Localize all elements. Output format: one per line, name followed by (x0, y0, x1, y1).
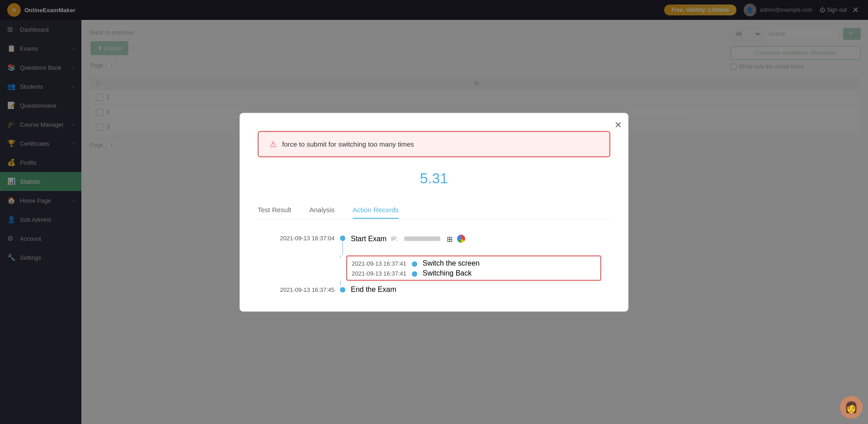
timeline-item-2: 2021-09-13 16:37:41 Switch the screen (352, 259, 596, 267)
alert-message: force to submit for switching too many t… (282, 140, 414, 148)
user-avatar-bottom[interactable]: 👩 (840, 396, 863, 419)
timeline-dot-1 (340, 235, 345, 241)
timeline-dot-2 (412, 261, 417, 267)
tab-analysis-label: Analysis (309, 205, 335, 213)
tab-action-records[interactable]: Action Records (353, 201, 399, 219)
score-display: 5.31 (258, 170, 610, 186)
timeline-item-3: 2021-09-13 16:37:41 Switching Back (352, 269, 596, 277)
timeline-event-3: Switching Back (423, 269, 472, 277)
timeline-content-1: Start Exam IP: ⊞ (351, 233, 465, 243)
modal-dialog: ✕ ⚠ force to submit for switching too ma… (240, 113, 628, 311)
timeline-item-1: 2021-09-13 16:37:04 Start Exam IP: ⊞ (267, 233, 601, 255)
timeline-time-4: 2021-09-13 16:37:45 (267, 285, 335, 293)
chrome-icon (457, 235, 465, 243)
timeline-event-2: Switch the screen (423, 259, 480, 267)
timeline-dot-4 (340, 287, 345, 292)
highlighted-events-box: 2021-09-13 16:37:41 Switch the screen 20… (346, 255, 601, 281)
timeline-event-1: Start Exam (351, 235, 387, 243)
timeline-time-2: 2021-09-13 16:37:41 (352, 259, 406, 267)
tab-action-records-label: Action Records (353, 205, 399, 213)
timeline-item-4: 2021-09-13 16:37:45 End the Exam (267, 285, 601, 293)
ip-blur (404, 237, 440, 241)
timeline-connector (267, 281, 601, 285)
timeline: 2021-09-13 16:37:04 Start Exam IP: ⊞ (258, 233, 610, 293)
modal-close-button[interactable]: ✕ (614, 119, 622, 130)
alert-banner: ⚠ force to submit for switching too many… (258, 131, 610, 157)
tab-analysis[interactable]: Analysis (309, 201, 335, 219)
timeline-ip-label: IP: (391, 236, 398, 242)
warning-icon: ⚠ (269, 139, 277, 149)
timeline-highlighted-group: 2021-09-13 16:37:41 Switch the screen 20… (267, 255, 601, 281)
timeline-time-3: 2021-09-13 16:37:41 (352, 269, 406, 277)
windows-icon: ⊞ (447, 234, 453, 243)
timeline-event-4: End the Exam (351, 285, 396, 293)
modal-tabs: Test Result Analysis Action Records (258, 201, 610, 219)
tab-test-result[interactable]: Test Result (258, 201, 291, 219)
tab-test-result-label: Test Result (258, 205, 291, 213)
timeline-dot-3 (412, 271, 417, 276)
timeline-time-1: 2021-09-13 16:37:04 (267, 233, 335, 241)
